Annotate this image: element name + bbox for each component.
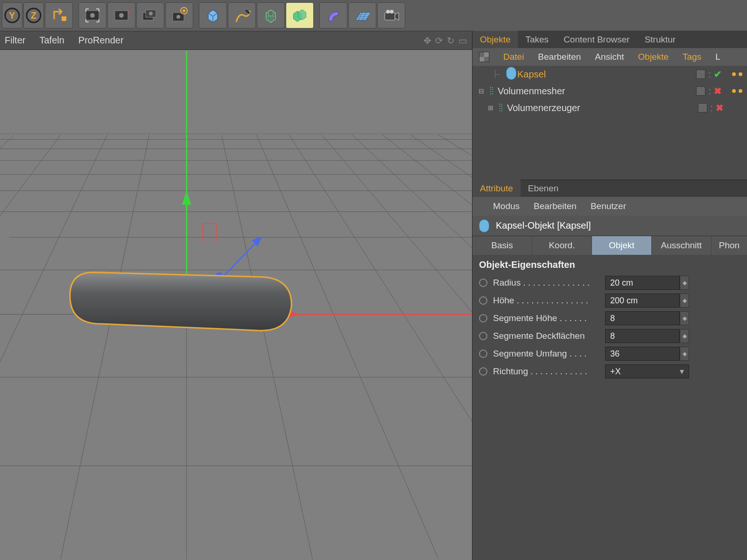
layer-swatch[interactable] — [696, 86, 705, 96]
height-input[interactable]: 200 cm — [605, 294, 680, 308]
viewport-menu-panels[interactable]: Tafeln — [39, 35, 64, 46]
tag-dot[interactable] — [739, 72, 742, 76]
svg-line-39 — [352, 135, 472, 559]
layer-grid-icon[interactable] — [479, 52, 489, 62]
generator-array-button[interactable] — [257, 2, 285, 28]
render-picture-button[interactable] — [107, 2, 135, 28]
tab-objects[interactable]: Objekte — [472, 31, 518, 49]
render-settings-button[interactable] — [165, 2, 193, 28]
attr-tab-objekt[interactable]: Objekt — [592, 236, 652, 255]
enable-check-icon[interactable]: ✖ — [716, 102, 724, 113]
tag-dot[interactable] — [732, 89, 736, 93]
spinner-icon[interactable]: ◆ — [680, 311, 689, 325]
seg-rotation-input[interactable]: 36 — [605, 347, 680, 361]
radius-input[interactable]: 20 cm — [605, 276, 680, 290]
anim-dot-icon[interactable] — [479, 314, 487, 322]
generator-instance-button[interactable] — [286, 2, 314, 28]
prop-seg-height: Segmente Höhe . . . . . . 8 ◆ — [479, 309, 740, 327]
viewport-menu-filter[interactable]: Filter — [5, 35, 25, 46]
tag-dot[interactable] — [739, 89, 742, 93]
svg-line-40 — [382, 135, 472, 559]
anim-dot-icon[interactable] — [479, 367, 487, 376]
viewport-menu-renderer[interactable]: ProRender — [78, 35, 124, 46]
viewport-panel: Filter Tafeln ProRender ✥ ⟳ ↻ ▭ — [0, 31, 472, 560]
prop-radius: Radius . . . . . . . . . . . . . . 20 cm… — [479, 274, 740, 292]
spline-pen-button[interactable] — [228, 2, 256, 28]
viewport-canvas[interactable] — [0, 50, 472, 560]
viewport-scene — [0, 50, 472, 560]
prop-label: Richtung . . . . . . . . . . . . — [493, 366, 605, 377]
attr-menu-edit[interactable]: Bearbeiten — [534, 201, 577, 211]
visibility-dots[interactable]: : — [708, 69, 711, 80]
tree-row-volumenerzeuger[interactable]: ⊞ ⦙⦙ Volumenerzeuger : ✖ — [472, 99, 747, 116]
tab-attribute[interactable]: Attribute — [472, 180, 521, 197]
objects-menu-more[interactable]: L — [715, 52, 720, 62]
layer-swatch[interactable] — [696, 70, 705, 79]
deformer-bend-button[interactable] — [319, 2, 347, 28]
anim-dot-icon[interactable] — [479, 350, 487, 358]
parent-arrow-button[interactable] — [45, 2, 73, 28]
nav-move-icon[interactable]: ✥ — [423, 35, 431, 46]
tab-structure[interactable]: Struktur — [637, 31, 684, 49]
objects-menu-edit[interactable]: Bearbeiten — [538, 52, 581, 62]
spinner-icon[interactable]: ◆ — [680, 347, 689, 361]
nav-zoom-icon[interactable]: ⟳ — [435, 35, 443, 46]
tab-content-browser[interactable]: Content Browser — [556, 31, 637, 49]
attr-tab-koord[interactable]: Koord. — [532, 236, 592, 255]
direction-dropdown[interactable]: +X▾ — [605, 364, 689, 378]
objects-menu-file[interactable]: Datei — [503, 52, 524, 62]
attr-menu-mode[interactable]: Modus — [493, 201, 520, 211]
prop-label: Segmente Höhe . . . . . . — [493, 313, 605, 323]
svg-line-35 — [222, 135, 313, 559]
attr-tab-phong[interactable]: Phon — [712, 236, 747, 255]
prop-label: Höhe . . . . . . . . . . . . . . . — [493, 295, 605, 306]
prop-height: Höhe . . . . . . . . . . . . . . . 200 c… — [479, 292, 740, 309]
svg-point-6 — [90, 13, 95, 18]
nav-rotate-icon[interactable]: ↻ — [447, 35, 455, 46]
capsule-object[interactable] — [70, 273, 292, 331]
anim-dot-icon[interactable] — [479, 332, 487, 340]
floor-plane-button[interactable] — [348, 2, 376, 28]
tab-layers[interactable]: Ebenen — [521, 180, 566, 197]
seg-caps-input[interactable]: 8 — [605, 329, 680, 343]
attr-menu-user[interactable]: Benutzer — [591, 201, 626, 211]
visibility-dots[interactable]: : — [710, 103, 713, 113]
attribute-header-title: Kapsel-Objekt [Kapsel] — [496, 220, 591, 231]
attr-tab-ausschnitt[interactable]: Ausschnitt — [652, 236, 712, 255]
camera-button[interactable] — [377, 2, 405, 28]
prop-seg-caps: Segmente Deckflächen 8 ◆ — [479, 327, 740, 345]
enable-check-icon[interactable]: ✖ — [714, 85, 722, 97]
objects-menu-tags[interactable]: Tags — [683, 52, 701, 62]
primitive-cube-button[interactable] — [199, 2, 227, 28]
objects-menu-view[interactable]: Ansicht — [595, 52, 624, 62]
objects-menu-objects[interactable]: Objekte — [638, 52, 669, 62]
svg-text:Z: Z — [31, 10, 36, 21]
anim-dot-icon[interactable] — [479, 279, 487, 287]
spinner-icon[interactable]: ◆ — [680, 294, 689, 308]
top-toolbar: Y Z — [0, 0, 747, 31]
axis-y-button[interactable]: Y — [2, 2, 22, 28]
render-queue-button[interactable] — [136, 2, 164, 28]
axis-z-button[interactable]: Z — [23, 2, 44, 28]
tree-row-kapsel[interactable]: Kapsel : ✔ — [472, 66, 747, 83]
attr-tab-basis[interactable]: Basis — [472, 236, 532, 255]
spinner-icon[interactable]: ◆ — [680, 329, 689, 343]
visibility-dots[interactable]: : — [708, 86, 711, 97]
seg-height-input[interactable]: 8 — [605, 311, 680, 325]
anim-dot-icon[interactable] — [479, 296, 487, 305]
layer-swatch[interactable] — [698, 103, 707, 112]
tab-takes[interactable]: Takes — [518, 31, 556, 49]
capsule-icon — [479, 219, 489, 232]
expand-icon[interactable]: ⊞ — [486, 104, 495, 112]
tag-dot[interactable] — [732, 72, 736, 76]
attribute-tabs: Attribute Ebenen — [472, 180, 747, 197]
spinner-icon[interactable]: ◆ — [680, 276, 689, 290]
render-view-button[interactable] — [78, 2, 106, 28]
enable-check-icon[interactable]: ✔ — [714, 69, 722, 80]
expand-icon[interactable]: ⊟ — [477, 87, 486, 95]
nav-frame-icon[interactable]: ▭ — [458, 35, 467, 46]
objects-tabs: Objekte Takes Content Browser Struktur — [472, 31, 747, 48]
tree-row-volumenmesher[interactable]: ⊟ ⦙⦙ Volumenmesher : ✖ — [472, 83, 747, 99]
tree-item-label: Volumenerzeuger — [507, 103, 580, 113]
prop-direction: Richtung . . . . . . . . . . . . +X▾ — [479, 363, 740, 380]
